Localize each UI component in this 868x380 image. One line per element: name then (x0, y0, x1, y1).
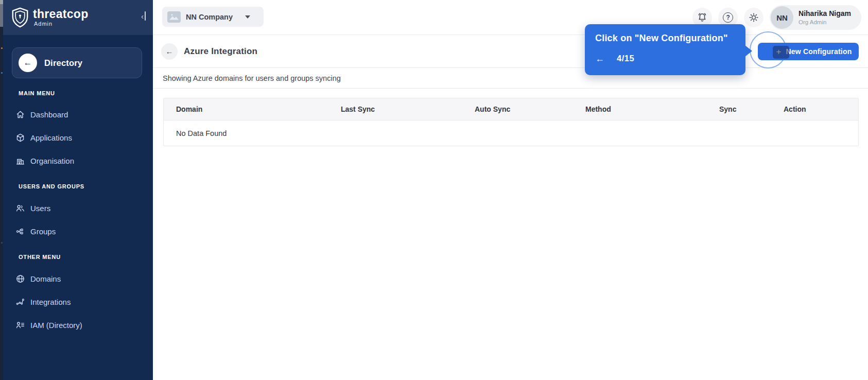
cube-icon (15, 133, 25, 143)
globe-icon (15, 274, 25, 284)
new-configuration-label: New Configuration (786, 47, 852, 56)
page-subtitle: Showing Azure domains for users and grou… (163, 74, 341, 82)
sidebar: threatcop Admin ‹ ← Directory MAIN MENU … (3, 0, 153, 380)
tour-message: Click on "New Configuration" (595, 33, 736, 44)
user-menu[interactable]: NN Niharika Nigam Org Admin (770, 5, 861, 30)
directory-back-button[interactable]: ← Directory (12, 47, 142, 78)
company-logo-placeholder-icon (167, 11, 181, 23)
tour-previous-button[interactable]: ← (595, 54, 604, 63)
question-icon: ? (723, 12, 733, 23)
section-label-users-groups: USERS AND GROUPS (19, 183, 153, 191)
sidebar-item-label: Users (30, 204, 50, 213)
section-label-other-menu: OTHER MENU (19, 254, 153, 261)
topbar: NN Company ? (153, 0, 868, 35)
building-icon (15, 156, 25, 166)
subtitle-row: Showing Azure domains for users and grou… (153, 68, 868, 89)
back-arrow-icon: ← (166, 47, 173, 56)
column-header-last-sync: Last Sync (341, 105, 475, 113)
threatcop-shield-logo-icon (11, 7, 29, 28)
back-arrow-icon: ← (19, 54, 37, 72)
settings-button[interactable] (744, 8, 763, 27)
tour-step-counter: 4/15 (617, 54, 634, 63)
group-nodes-icon (15, 227, 25, 236)
user-name: Niharika Nigam (798, 9, 851, 19)
user-role: Org Admin (798, 19, 851, 26)
sidebar-header: threatcop Admin ‹ (3, 0, 153, 35)
page-title: Azure Integration (184, 46, 257, 57)
directory-label: Directory (44, 58, 82, 68)
sidebar-item-label: Groups (30, 227, 56, 236)
chevron-down-icon (245, 15, 250, 19)
sidebar-item-label: Dashboard (30, 110, 68, 119)
gear-icon (748, 12, 759, 23)
section-label-main-menu: MAIN MENU (19, 90, 153, 97)
empty-state-row: No Data Found (164, 120, 858, 146)
column-header-domain: Domain (176, 105, 341, 113)
column-header-auto-sync: Auto Sync (475, 105, 585, 113)
company-selector[interactable]: NN Company (162, 7, 264, 27)
tour-overlay-artifact (773, 46, 789, 59)
column-header-action: Action (784, 105, 846, 113)
iam-icon (15, 320, 25, 330)
home-icon (15, 110, 25, 119)
sidebar-item-label: Domains (30, 274, 61, 283)
sidebar-item-label: Applications (30, 133, 72, 142)
tour-tooltip: Click on "New Configuration" ← 4/15 (585, 24, 745, 75)
brand-name: threatcop (33, 8, 89, 20)
sidebar-item-groups[interactable]: Groups (3, 220, 153, 243)
company-name: NN Company (186, 13, 233, 21)
sidebar-item-integrations[interactable]: Integrations (3, 290, 153, 314)
sidebar-item-iam-directory[interactable]: IAM (Directory) (3, 314, 153, 337)
column-header-method: Method (585, 105, 719, 113)
sidebar-item-dashboard[interactable]: Dashboard (3, 103, 153, 126)
column-header-sync: Sync (719, 105, 784, 113)
sidebar-item-applications[interactable]: Applications (3, 126, 153, 149)
sidebar-item-domains[interactable]: Domains (3, 267, 153, 290)
integrations-icon (15, 297, 25, 307)
bell-icon (697, 12, 708, 23)
page-back-button[interactable]: ← (161, 43, 178, 60)
sidebar-item-organisation[interactable]: Organisation (3, 149, 153, 172)
sidebar-collapse-button[interactable]: ‹ (141, 11, 146, 21)
no-data-text: No Data Found (176, 129, 227, 137)
brand-sub-label: Admin (34, 21, 89, 27)
sidebar-item-label: Organisation (30, 157, 74, 165)
avatar: NN (771, 6, 793, 29)
users-icon (15, 203, 25, 213)
collapse-chevron-icon: ‹ (141, 12, 144, 21)
table-header-row: Domain Last Sync Auto Sync Method Sync A… (164, 98, 858, 120)
sidebar-item-label: IAM (Directory) (30, 321, 82, 330)
sidebar-item-users[interactable]: Users (3, 197, 153, 220)
domains-table: Domain Last Sync Auto Sync Method Sync A… (163, 98, 859, 146)
sidebar-item-label: Integrations (30, 298, 71, 306)
